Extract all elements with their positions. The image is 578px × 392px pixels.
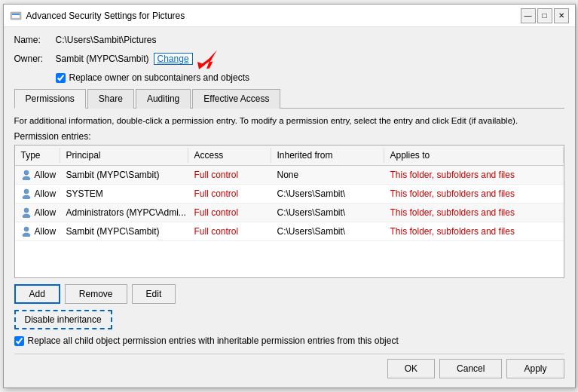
user-icon [21, 188, 32, 199]
owner-row: Owner: Sambit (MYPC\Sambit) Change [14, 48, 564, 69]
title-bar: Advanced Security Settings for Pictures … [4, 5, 575, 27]
user-icon [21, 226, 32, 237]
col-access: Access [188, 148, 271, 163]
name-row: Name: C:\Users\Sambit\Pictures [14, 35, 564, 45]
info-section: Name: C:\Users\Sambit\Pictures Owner: Sa… [14, 35, 564, 83]
svg-point-8 [24, 189, 29, 194]
apply-button[interactable]: Apply [506, 359, 564, 378]
row3-inherited: C:\Users\Sambit\ [271, 205, 384, 220]
row4-access: Full control [188, 224, 271, 239]
tabs-container: Permissions Share Auditing Effective Acc… [14, 89, 564, 109]
svg-point-13 [23, 233, 30, 237]
window-title: Advanced Security Settings for Pictures [26, 11, 185, 21]
owner-label: Owner: [14, 54, 56, 64]
cancel-button[interactable]: Cancel [439, 359, 502, 378]
row3-applies: This folder, subfolders and files [384, 205, 564, 220]
action-buttons: Add Remove Edit [14, 284, 564, 304]
disable-inheritance-button[interactable]: Disable inheritance [14, 310, 112, 329]
row2-principal: SYSTEM [60, 186, 188, 201]
tab-share[interactable]: Share [87, 89, 134, 109]
col-inherited: Inherited from [271, 148, 384, 163]
change-link[interactable]: Change [154, 53, 193, 65]
table-header: Type Principal Access Inherited from App… [15, 145, 564, 166]
svg-point-9 [23, 195, 30, 199]
arrow-icon [196, 48, 223, 69]
row2-applies: This folder, subfolders and files [384, 186, 564, 201]
row3-access: Full control [188, 205, 271, 220]
table-row[interactable]: Allow SYSTEM Full control C:\Users\Sambi… [15, 185, 564, 204]
row1-inherited: None [271, 167, 384, 182]
user-icon [21, 170, 32, 180]
row3-type: Allow [15, 205, 60, 220]
row2-type: Allow [15, 186, 60, 201]
window-icon [10, 10, 22, 22]
main-window: Advanced Security Settings for Pictures … [3, 4, 576, 388]
svg-rect-2 [12, 14, 20, 15]
replace-child-checkbox[interactable] [14, 336, 24, 346]
close-button[interactable]: ✕ [554, 8, 569, 23]
row4-principal: Sambit (MYPC\Sambit) [60, 224, 188, 239]
title-bar-left: Advanced Security Settings for Pictures [10, 10, 185, 22]
permission-entries-label: Permission entries: [14, 131, 564, 142]
row4-applies: This folder, subfolders and files [384, 224, 564, 239]
add-button[interactable]: Add [14, 284, 60, 304]
tab-effective-access[interactable]: Effective Access [192, 89, 280, 109]
footer-buttons: OK Cancel Apply [14, 354, 564, 380]
content-area: Name: C:\Users\Sambit\Pictures Owner: Sa… [4, 27, 575, 387]
replace-owner-label: Replace owner on subcontainers and objec… [69, 72, 249, 83]
row1-principal: Sambit (MYPC\Sambit) [60, 167, 188, 182]
tab-auditing[interactable]: Auditing [136, 89, 191, 109]
name-value: C:\Users\Sambit\Pictures [56, 35, 157, 45]
replace-owner-row: Replace owner on subcontainers and objec… [56, 72, 564, 83]
svg-point-10 [24, 208, 29, 213]
owner-value: Sambit (MYPC\Sambit) [56, 54, 149, 64]
row1-applies: This folder, subfolders and files [384, 167, 564, 182]
row4-inherited: C:\Users\Sambit\ [271, 224, 384, 239]
disable-inheritance-container: Disable inheritance [14, 310, 564, 329]
table-row[interactable]: Allow Sambit (MYPC\Sambit) Full control … [15, 166, 564, 185]
svg-point-12 [24, 227, 29, 231]
row1-type: Allow [15, 167, 60, 182]
svg-point-7 [23, 176, 30, 180]
tab-permissions[interactable]: Permissions [14, 89, 86, 109]
permissions-table: Type Principal Access Inherited from App… [14, 145, 564, 278]
table-row[interactable]: Allow Sambit (MYPC\Sambit) Full control … [15, 222, 564, 241]
replace-owner-checkbox[interactable] [56, 73, 66, 83]
col-type: Type [15, 148, 60, 163]
svg-point-6 [24, 170, 29, 175]
replace-child-label: Replace all child object permission entr… [28, 335, 399, 346]
remove-button[interactable]: Remove [65, 284, 127, 304]
col-applies: Applies to [384, 148, 564, 163]
svg-marker-3 [203, 50, 220, 69]
col-principal: Principal [60, 148, 188, 163]
table-row[interactable]: Allow Administrators (MYPC\Admi... Full … [15, 204, 564, 222]
row1-access: Full control [188, 167, 271, 182]
row2-inherited: C:\Users\Sambit\ [271, 186, 384, 201]
user-icon [21, 207, 32, 218]
title-controls: — □ ✕ [521, 8, 569, 23]
bottom-checkbox-row: Replace all child object permission entr… [14, 335, 564, 346]
maximize-button[interactable]: □ [537, 8, 552, 23]
row4-type: Allow [15, 224, 60, 239]
minimize-button[interactable]: — [521, 8, 536, 23]
info-description: For additional information, double-click… [14, 115, 564, 127]
row3-principal: Administrators (MYPC\Admi... [60, 205, 188, 220]
ok-button[interactable]: OK [387, 359, 435, 378]
svg-point-11 [23, 214, 30, 218]
name-label: Name: [14, 35, 56, 45]
edit-button[interactable]: Edit [132, 284, 176, 304]
row2-access: Full control [188, 186, 271, 201]
